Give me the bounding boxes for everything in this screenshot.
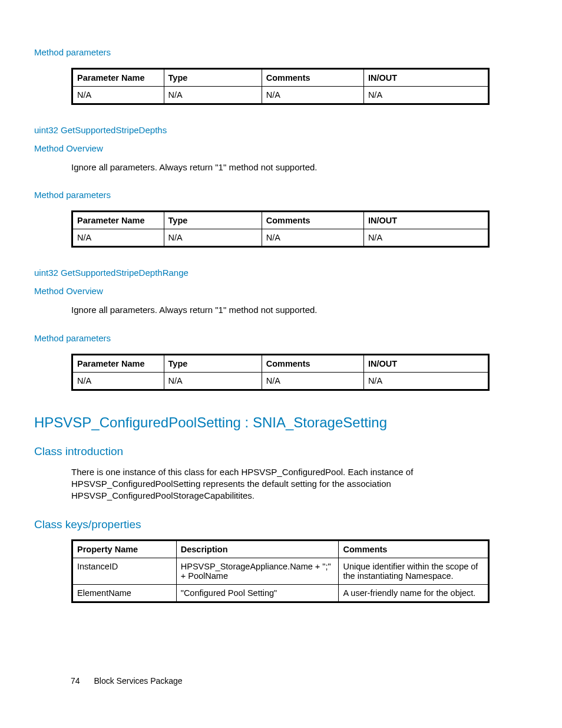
th: Property Name [72, 541, 177, 558]
heading-method-parameters-3: Method parameters [34, 333, 503, 343]
heading-class-title: HPSVSP_ConfiguredPoolSetting : SNIA_Stor… [34, 414, 503, 431]
table-row: N/A N/A N/A N/A [72, 229, 489, 247]
td: N/A [164, 229, 262, 247]
table-params-2: Parameter Name Type Comments IN/OUT N/A … [71, 210, 490, 248]
page-number: 74 [71, 676, 80, 686]
table-row: N/A N/A N/A N/A [72, 372, 489, 390]
footer-title: Block Services Package [94, 676, 182, 686]
text-overview-body-1: Ignore all parameters. Always return "1"… [71, 162, 503, 173]
td: N/A [164, 87, 262, 104]
th: Parameter Name [72, 69, 164, 87]
td: A user-friendly name for the object. [339, 585, 489, 602]
table-header-row: Parameter Name Type Comments IN/OUT [72, 69, 489, 87]
table-header-row: Parameter Name Type Comments IN/OUT [72, 212, 489, 229]
heading-method-overview-2: Method Overview [34, 286, 503, 296]
td: N/A [262, 87, 363, 104]
table-params-1: Parameter Name Type Comments IN/OUT N/A … [71, 68, 490, 105]
text-class-intro-body: There is one instance of this class for … [71, 466, 503, 502]
th: Type [164, 354, 262, 372]
td: N/A [164, 372, 262, 390]
table-row: InstanceID HPSVSP_StorageAppliance.Name … [72, 558, 489, 585]
heading-class-keys-properties: Class keys/properties [34, 518, 503, 531]
heading-class-introduction: Class introduction [34, 445, 503, 458]
th: Parameter Name [72, 212, 164, 229]
td: N/A [72, 229, 164, 247]
heading-method-name-2: uint32 GetSupportedStripeDepthRange [34, 268, 503, 278]
table-header-row: Parameter Name Type Comments IN/OUT [72, 354, 489, 372]
td: N/A [363, 87, 488, 104]
page-footer: 74 Block Services Package [71, 676, 183, 686]
td: Unique identifier within the scope of th… [339, 558, 489, 585]
th: IN/OUT [363, 69, 488, 87]
th: IN/OUT [363, 212, 488, 229]
td: N/A [363, 372, 488, 390]
td: ElementName [72, 585, 177, 602]
th: Parameter Name [72, 354, 164, 372]
td: InstanceID [72, 558, 177, 585]
heading-method-parameters-1: Method parameters [34, 47, 503, 57]
td: N/A [262, 229, 363, 247]
td: N/A [72, 87, 164, 104]
td: N/A [363, 229, 488, 247]
th: Comments [339, 541, 489, 558]
th: Type [164, 212, 262, 229]
text-overview-body-2: Ignore all parameters. Always return "1"… [71, 304, 503, 316]
th: Comments [262, 212, 363, 229]
th: IN/OUT [363, 354, 488, 372]
th: Comments [262, 69, 363, 87]
td: N/A [262, 372, 363, 390]
heading-method-parameters-2: Method parameters [34, 190, 503, 200]
th: Comments [262, 354, 363, 372]
table-properties: Property Name Description Comments Insta… [71, 539, 490, 603]
heading-method-name-1: uint32 GetSupportedStripeDepths [34, 125, 503, 135]
table-params-3: Parameter Name Type Comments IN/OUT N/A … [71, 354, 490, 391]
td: HPSVSP_StorageAppliance.Name + ";" + Poo… [176, 558, 339, 585]
table-row: N/A N/A N/A N/A [72, 87, 489, 104]
th: Type [164, 69, 262, 87]
heading-method-overview-1: Method Overview [34, 143, 503, 153]
table-row: ElementName "Configured Pool Setting" A … [72, 585, 489, 602]
th: Description [176, 541, 339, 558]
td: N/A [72, 372, 164, 390]
table-header-row: Property Name Description Comments [72, 541, 489, 558]
td: "Configured Pool Setting" [176, 585, 339, 602]
